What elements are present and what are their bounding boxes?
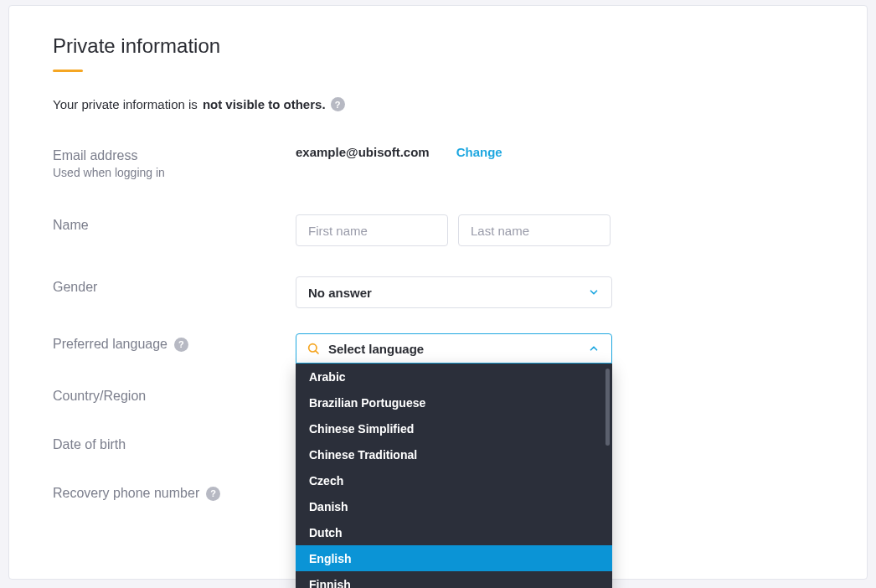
email-value: example@ubisoft.com: [296, 145, 430, 159]
name-value-col: [296, 214, 823, 246]
chevron-down-icon: [588, 286, 600, 298]
language-search-box[interactable]: Select language: [296, 333, 612, 364]
language-value-col: Select language ArabicBrazilian Portugue…: [296, 333, 823, 364]
help-icon[interactable]: ?: [206, 487, 220, 501]
row-language: Preferred language ? Select language: [53, 333, 823, 364]
language-option[interactable]: Brazilian Portuguese: [296, 389, 612, 415]
visibility-note-prefix: Your private information is: [53, 97, 198, 111]
language-option[interactable]: Arabic: [296, 364, 612, 389]
search-icon: [307, 342, 320, 355]
name-label: Name: [53, 218, 296, 233]
visibility-note: Your private information is not visible …: [53, 97, 823, 111]
language-option[interactable]: Danish: [296, 493, 612, 519]
last-name-input[interactable]: [458, 214, 611, 246]
first-name-input[interactable]: [296, 214, 448, 246]
language-option[interactable]: Czech: [296, 467, 612, 493]
language-search-placeholder: Select language: [328, 342, 424, 356]
language-options-list[interactable]: ArabicBrazilian PortugueseChinese Simpli…: [296, 364, 612, 588]
language-option[interactable]: Chinese Traditional: [296, 441, 612, 467]
country-label: Country/Region: [53, 389, 296, 404]
visibility-note-bold: not visible to others.: [203, 97, 326, 111]
email-sublabel: Used when logging in: [53, 166, 296, 179]
help-icon[interactable]: ?: [331, 97, 345, 111]
language-option[interactable]: English: [296, 545, 612, 571]
form-rows: Email address Used when logging in examp…: [53, 145, 823, 501]
language-dropdown[interactable]: Select language ArabicBrazilian Portugue…: [296, 333, 612, 364]
row-email: Email address Used when logging in examp…: [53, 145, 823, 179]
name-label-col: Name: [53, 214, 296, 233]
title-underline: [53, 70, 83, 72]
gender-label: Gender: [53, 280, 296, 295]
email-label: Email address: [53, 148, 296, 163]
svg-line-1: [316, 351, 318, 353]
section-title-text: Private information: [53, 34, 220, 66]
row-gender: Gender No answer: [53, 276, 823, 308]
language-option[interactable]: Finnish: [296, 571, 612, 588]
language-label: Preferred language ?: [53, 337, 296, 352]
section-title: Private information: [53, 34, 823, 72]
name-input-pair: [296, 214, 611, 246]
recovery-label-text: Recovery phone number: [53, 486, 199, 501]
email-value-col: example@ubisoft.com Change: [296, 145, 823, 159]
dob-label-col: Date of birth: [53, 434, 296, 452]
chevron-up-icon: [588, 343, 600, 354]
gender-value-col: No answer: [296, 276, 823, 308]
recovery-label: Recovery phone number ?: [53, 486, 296, 501]
language-option[interactable]: Dutch: [296, 519, 612, 545]
country-label-col: Country/Region: [53, 385, 296, 404]
gender-selected-text: No answer: [308, 286, 372, 300]
email-label-col: Email address Used when logging in: [53, 145, 296, 179]
recovery-label-col: Recovery phone number ?: [53, 482, 296, 501]
scrollbar-thumb[interactable]: [605, 369, 610, 446]
language-option[interactable]: Chinese Simplified: [296, 415, 612, 441]
gender-label-col: Gender: [53, 276, 296, 295]
change-email-link[interactable]: Change: [456, 145, 502, 159]
settings-card: Private information Your private informa…: [8, 5, 868, 580]
gender-select[interactable]: No answer: [296, 276, 612, 308]
row-name: Name: [53, 214, 823, 246]
language-label-text: Preferred language: [53, 337, 167, 352]
language-label-col: Preferred language ?: [53, 333, 296, 352]
dob-label: Date of birth: [53, 437, 296, 452]
help-icon[interactable]: ?: [174, 338, 188, 352]
